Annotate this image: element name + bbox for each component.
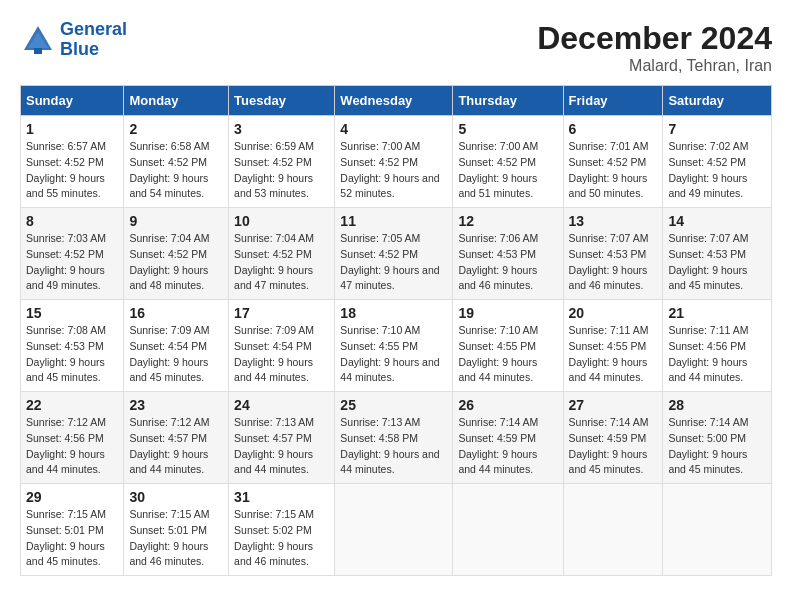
day-cell: 21Sunrise: 7:11 AMSunset: 4:56 PMDayligh… <box>663 300 772 392</box>
header-day: Thursday <box>453 86 563 116</box>
day-cell <box>563 484 663 576</box>
day-info: Sunrise: 7:14 AMSunset: 4:59 PMDaylight:… <box>458 415 557 478</box>
main-title: December 2024 <box>537 20 772 57</box>
day-info: Sunrise: 7:04 AMSunset: 4:52 PMDaylight:… <box>234 231 329 294</box>
day-number: 31 <box>234 489 329 505</box>
day-cell: 30Sunrise: 7:15 AMSunset: 5:01 PMDayligh… <box>124 484 229 576</box>
week-row: 22Sunrise: 7:12 AMSunset: 4:56 PMDayligh… <box>21 392 772 484</box>
day-info: Sunrise: 7:15 AMSunset: 5:02 PMDaylight:… <box>234 507 329 570</box>
day-cell: 16Sunrise: 7:09 AMSunset: 4:54 PMDayligh… <box>124 300 229 392</box>
calendar-table: SundayMondayTuesdayWednesdayThursdayFrid… <box>20 85 772 576</box>
day-number: 30 <box>129 489 223 505</box>
day-number: 26 <box>458 397 557 413</box>
day-number: 7 <box>668 121 766 137</box>
header-day: Sunday <box>21 86 124 116</box>
day-number: 23 <box>129 397 223 413</box>
week-row: 15Sunrise: 7:08 AMSunset: 4:53 PMDayligh… <box>21 300 772 392</box>
day-info: Sunrise: 7:10 AMSunset: 4:55 PMDaylight:… <box>458 323 557 386</box>
day-cell <box>663 484 772 576</box>
day-cell: 17Sunrise: 7:09 AMSunset: 4:54 PMDayligh… <box>229 300 335 392</box>
logo-line1: General <box>60 20 127 40</box>
header-day: Friday <box>563 86 663 116</box>
logo: General Blue <box>20 20 127 60</box>
day-number: 25 <box>340 397 447 413</box>
header-day: Monday <box>124 86 229 116</box>
day-cell: 14Sunrise: 7:07 AMSunset: 4:53 PMDayligh… <box>663 208 772 300</box>
day-cell: 20Sunrise: 7:11 AMSunset: 4:55 PMDayligh… <box>563 300 663 392</box>
day-cell: 10Sunrise: 7:04 AMSunset: 4:52 PMDayligh… <box>229 208 335 300</box>
day-cell: 2Sunrise: 6:58 AMSunset: 4:52 PMDaylight… <box>124 116 229 208</box>
day-number: 13 <box>569 213 658 229</box>
day-info: Sunrise: 7:04 AMSunset: 4:52 PMDaylight:… <box>129 231 223 294</box>
day-number: 21 <box>668 305 766 321</box>
day-number: 18 <box>340 305 447 321</box>
day-cell: 11Sunrise: 7:05 AMSunset: 4:52 PMDayligh… <box>335 208 453 300</box>
week-row: 1Sunrise: 6:57 AMSunset: 4:52 PMDaylight… <box>21 116 772 208</box>
day-cell: 18Sunrise: 7:10 AMSunset: 4:55 PMDayligh… <box>335 300 453 392</box>
svg-rect-3 <box>34 48 42 54</box>
day-cell: 27Sunrise: 7:14 AMSunset: 4:59 PMDayligh… <box>563 392 663 484</box>
day-cell: 7Sunrise: 7:02 AMSunset: 4:52 PMDaylight… <box>663 116 772 208</box>
day-number: 5 <box>458 121 557 137</box>
day-info: Sunrise: 6:57 AMSunset: 4:52 PMDaylight:… <box>26 139 118 202</box>
day-number: 16 <box>129 305 223 321</box>
day-cell: 25Sunrise: 7:13 AMSunset: 4:58 PMDayligh… <box>335 392 453 484</box>
logo-line2: Blue <box>60 40 127 60</box>
logo-text: General Blue <box>60 20 127 60</box>
day-info: Sunrise: 7:00 AMSunset: 4:52 PMDaylight:… <box>340 139 447 202</box>
day-cell: 13Sunrise: 7:07 AMSunset: 4:53 PMDayligh… <box>563 208 663 300</box>
header-day: Wednesday <box>335 86 453 116</box>
day-info: Sunrise: 7:07 AMSunset: 4:53 PMDaylight:… <box>569 231 658 294</box>
day-number: 29 <box>26 489 118 505</box>
day-cell: 23Sunrise: 7:12 AMSunset: 4:57 PMDayligh… <box>124 392 229 484</box>
day-info: Sunrise: 7:15 AMSunset: 5:01 PMDaylight:… <box>129 507 223 570</box>
day-cell: 12Sunrise: 7:06 AMSunset: 4:53 PMDayligh… <box>453 208 563 300</box>
week-row: 8Sunrise: 7:03 AMSunset: 4:52 PMDaylight… <box>21 208 772 300</box>
day-number: 19 <box>458 305 557 321</box>
day-info: Sunrise: 7:07 AMSunset: 4:53 PMDaylight:… <box>668 231 766 294</box>
day-number: 1 <box>26 121 118 137</box>
day-number: 9 <box>129 213 223 229</box>
day-number: 12 <box>458 213 557 229</box>
day-number: 17 <box>234 305 329 321</box>
day-number: 22 <box>26 397 118 413</box>
day-cell: 28Sunrise: 7:14 AMSunset: 5:00 PMDayligh… <box>663 392 772 484</box>
day-info: Sunrise: 6:58 AMSunset: 4:52 PMDaylight:… <box>129 139 223 202</box>
day-info: Sunrise: 7:09 AMSunset: 4:54 PMDaylight:… <box>234 323 329 386</box>
week-row: 29Sunrise: 7:15 AMSunset: 5:01 PMDayligh… <box>21 484 772 576</box>
day-number: 14 <box>668 213 766 229</box>
day-cell: 26Sunrise: 7:14 AMSunset: 4:59 PMDayligh… <box>453 392 563 484</box>
title-area: December 2024 Malard, Tehran, Iran <box>537 20 772 75</box>
day-info: Sunrise: 7:03 AMSunset: 4:52 PMDaylight:… <box>26 231 118 294</box>
day-cell: 8Sunrise: 7:03 AMSunset: 4:52 PMDaylight… <box>21 208 124 300</box>
day-info: Sunrise: 7:14 AMSunset: 5:00 PMDaylight:… <box>668 415 766 478</box>
day-number: 3 <box>234 121 329 137</box>
day-cell: 9Sunrise: 7:04 AMSunset: 4:52 PMDaylight… <box>124 208 229 300</box>
day-cell: 1Sunrise: 6:57 AMSunset: 4:52 PMDaylight… <box>21 116 124 208</box>
day-info: Sunrise: 7:11 AMSunset: 4:55 PMDaylight:… <box>569 323 658 386</box>
day-info: Sunrise: 7:13 AMSunset: 4:57 PMDaylight:… <box>234 415 329 478</box>
day-info: Sunrise: 7:02 AMSunset: 4:52 PMDaylight:… <box>668 139 766 202</box>
header-day: Tuesday <box>229 86 335 116</box>
day-info: Sunrise: 7:14 AMSunset: 4:59 PMDaylight:… <box>569 415 658 478</box>
day-number: 24 <box>234 397 329 413</box>
day-info: Sunrise: 7:06 AMSunset: 4:53 PMDaylight:… <box>458 231 557 294</box>
day-info: Sunrise: 7:05 AMSunset: 4:52 PMDaylight:… <box>340 231 447 294</box>
day-info: Sunrise: 7:10 AMSunset: 4:55 PMDaylight:… <box>340 323 447 386</box>
day-cell: 31Sunrise: 7:15 AMSunset: 5:02 PMDayligh… <box>229 484 335 576</box>
day-info: Sunrise: 7:13 AMSunset: 4:58 PMDaylight:… <box>340 415 447 478</box>
day-number: 6 <box>569 121 658 137</box>
day-info: Sunrise: 7:11 AMSunset: 4:56 PMDaylight:… <box>668 323 766 386</box>
day-number: 10 <box>234 213 329 229</box>
day-cell <box>335 484 453 576</box>
page-header: General Blue December 2024 Malard, Tehra… <box>20 20 772 75</box>
day-number: 20 <box>569 305 658 321</box>
calendar-body: 1Sunrise: 6:57 AMSunset: 4:52 PMDaylight… <box>21 116 772 576</box>
day-cell: 6Sunrise: 7:01 AMSunset: 4:52 PMDaylight… <box>563 116 663 208</box>
day-cell: 29Sunrise: 7:15 AMSunset: 5:01 PMDayligh… <box>21 484 124 576</box>
day-info: Sunrise: 6:59 AMSunset: 4:52 PMDaylight:… <box>234 139 329 202</box>
day-number: 28 <box>668 397 766 413</box>
day-number: 15 <box>26 305 118 321</box>
day-info: Sunrise: 7:15 AMSunset: 5:01 PMDaylight:… <box>26 507 118 570</box>
day-info: Sunrise: 7:08 AMSunset: 4:53 PMDaylight:… <box>26 323 118 386</box>
